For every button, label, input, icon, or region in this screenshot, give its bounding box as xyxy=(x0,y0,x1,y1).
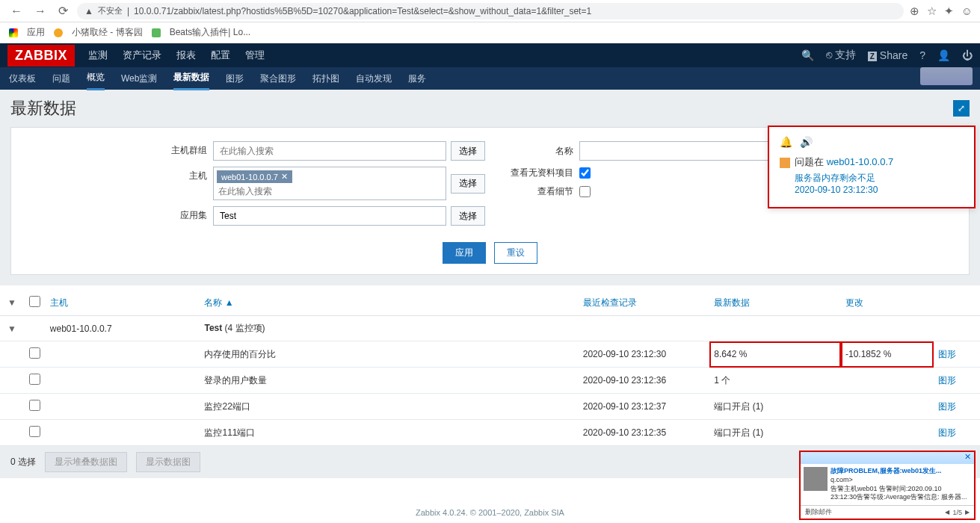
email-next-icon[interactable]: ▶ xyxy=(965,509,970,516)
notif-message[interactable]: 服务器内存剩余不足 xyxy=(795,172,964,185)
apps-icon[interactable] xyxy=(9,28,18,37)
forward-button[interactable]: → xyxy=(31,4,49,18)
support-link[interactable]: ⎋ 支持 xyxy=(826,49,856,62)
menu-admin[interactable]: 管理 xyxy=(245,49,265,62)
host-tag-remove[interactable]: ✕ xyxy=(281,172,288,182)
url-text: 10.0.0.71/zabbix/latest.php?hostids%5B%5… xyxy=(134,6,591,16)
col-last-data[interactable]: 最新数据 xyxy=(709,290,841,316)
col-name[interactable]: 名称 ▲ xyxy=(200,290,578,316)
email-prev-icon[interactable]: ◀ xyxy=(945,509,949,516)
row-checkbox[interactable] xyxy=(29,400,40,411)
item-name: 监控111端口 xyxy=(200,420,578,446)
translate-icon[interactable]: ⊕ xyxy=(910,4,919,18)
reload-button[interactable]: ⟳ xyxy=(55,4,71,18)
apply-button[interactable]: 应用 xyxy=(443,242,486,264)
item-row: 监控22端口 2020-09-10 23:12:37 端口开启 (1) 图形 xyxy=(0,394,980,420)
row-checkbox[interactable] xyxy=(29,374,40,385)
bookmark-icon-1 xyxy=(54,28,63,37)
sound-icon[interactable]: 🔊 xyxy=(800,136,813,148)
host-group-row: ▼ web01-10.0.0.7 Test (4 监控项) xyxy=(0,316,980,341)
stacked-graph-button: 显示堆叠数据图 xyxy=(45,452,127,472)
menu-reports[interactable]: 报表 xyxy=(176,49,196,62)
apps-label[interactable]: 应用 xyxy=(27,26,45,39)
bookmark-2[interactable]: Beats输入插件| Lo... xyxy=(170,26,251,39)
subnav-latest[interactable]: 最新数据 xyxy=(173,66,209,90)
email-page: 1/5 xyxy=(952,509,962,516)
item-change xyxy=(841,394,934,420)
item-change xyxy=(841,420,934,446)
bookmark-1[interactable]: 小猪取经 - 博客园 xyxy=(72,26,143,39)
col-change[interactable]: 更改 xyxy=(841,290,934,316)
row-checkbox[interactable] xyxy=(29,426,40,437)
col-host[interactable]: 主机 xyxy=(46,290,200,316)
subnav-maps[interactable]: 拓扑图 xyxy=(312,68,339,90)
menu-config[interactable]: 配置 xyxy=(211,49,230,62)
host-input-wrap[interactable]: web01-10.0.0.7 ✕ xyxy=(213,167,446,200)
user-icon[interactable]: 👤 xyxy=(937,49,950,61)
app-cell: Test (4 监控项) xyxy=(200,316,578,341)
search-icon[interactable]: 🔍 xyxy=(801,49,814,61)
subnav-overview[interactable]: 概览 xyxy=(87,66,105,90)
subnav-dashboard[interactable]: 仪表板 xyxy=(9,68,36,90)
email-header: ✕ xyxy=(801,452,974,464)
warning-icon: ▲ xyxy=(84,6,93,16)
graph-link[interactable]: 图形 xyxy=(938,427,956,438)
notification-popup: 🔔 🔊 问题在 web01-10.0.0.7 服务器内存剩余不足 2020-09… xyxy=(768,126,976,208)
host-input[interactable] xyxy=(215,185,444,198)
hostgroup-input[interactable] xyxy=(213,141,446,161)
graph-link[interactable]: 图形 xyxy=(938,401,956,412)
email-body-2: 23:12:30告警等级:Average告警信息: 服务器... xyxy=(830,493,967,502)
app-select-button[interactable]: 选择 xyxy=(451,206,485,226)
back-button[interactable]: ← xyxy=(7,4,25,18)
reset-button[interactable]: 重设 xyxy=(494,242,537,264)
notif-time[interactable]: 2020-09-10 23:12:30 xyxy=(795,185,964,195)
col-last-check[interactable]: 最近检查记录 xyxy=(579,290,710,316)
hostgroup-label: 主机群组 xyxy=(11,141,213,157)
menu-inventory[interactable]: 资产记录 xyxy=(123,49,161,62)
select-all-checkbox[interactable] xyxy=(29,296,40,307)
email-subject[interactable]: 故障PROBLEM,服务器:web01发生... xyxy=(830,467,967,476)
host-select-button[interactable]: 选择 xyxy=(451,174,485,194)
show-details-checkbox[interactable] xyxy=(579,186,591,197)
subnav-discovery[interactable]: 自动发现 xyxy=(356,68,392,90)
extensions-icon[interactable]: ✦ xyxy=(944,4,954,18)
fullscreen-button[interactable]: ⤢ xyxy=(953,100,970,117)
host-label: 主机 xyxy=(11,167,213,182)
graph-button: 显示数据图 xyxy=(136,452,200,472)
menu-monitoring[interactable]: 监测 xyxy=(88,49,108,62)
share-link[interactable]: Z Share xyxy=(868,49,907,61)
subnav-problems[interactable]: 问题 xyxy=(52,68,70,90)
row-checkbox[interactable] xyxy=(29,347,40,359)
subnav-web[interactable]: Web监测 xyxy=(121,68,157,90)
logout-icon[interactable]: ⏻ xyxy=(962,49,973,61)
subnav-graphs[interactable]: 图形 xyxy=(226,68,244,90)
app-input[interactable] xyxy=(213,206,446,226)
notif-host-link[interactable]: web01-10.0.0.7 xyxy=(827,156,894,167)
help-icon[interactable]: ? xyxy=(919,49,925,61)
main-menu: 监测 资产记录 报表 配置 管理 xyxy=(88,49,265,62)
show-no-data-checkbox[interactable] xyxy=(579,167,591,179)
host-cell: web01-10.0.0.7 xyxy=(46,316,200,341)
blurred-region xyxy=(920,67,973,85)
subnav-services[interactable]: 服务 xyxy=(408,68,426,90)
email-delete[interactable]: 删除邮件 xyxy=(805,507,832,517)
profile-icon[interactable]: ☺ xyxy=(961,4,973,18)
bookmark-icon-2 xyxy=(152,28,161,37)
graph-link[interactable]: 图形 xyxy=(938,349,956,359)
star-icon[interactable]: ☆ xyxy=(927,4,937,18)
address-bar[interactable]: ▲ 不安全 | 10.0.0.71/zabbix/latest.php?host… xyxy=(77,3,904,19)
item-data: 8.642 % xyxy=(709,341,841,368)
graph-link[interactable]: 图形 xyxy=(938,375,956,386)
logo[interactable]: ZABBIX xyxy=(7,45,75,66)
item-row: 内存使用的百分比 2020-09-10 23:12:30 8.642 % -10… xyxy=(0,341,980,368)
zabbix-sia-link[interactable]: Zabbix SIA xyxy=(524,508,564,517)
item-name: 监控22端口 xyxy=(200,394,578,420)
expand-all-icon[interactable]: ▼ xyxy=(4,297,19,308)
bell-icon[interactable]: 🔔 xyxy=(780,136,792,148)
email-close-icon[interactable]: ✕ xyxy=(964,452,971,462)
subnav-screens[interactable]: 聚合图形 xyxy=(260,68,296,90)
item-check: 2020-09-10 23:12:36 xyxy=(579,368,710,394)
hostgroup-select-button[interactable]: 选择 xyxy=(451,141,485,161)
collapse-icon[interactable]: ▼ xyxy=(4,324,19,334)
item-name: 登录的用户数量 xyxy=(200,368,578,394)
